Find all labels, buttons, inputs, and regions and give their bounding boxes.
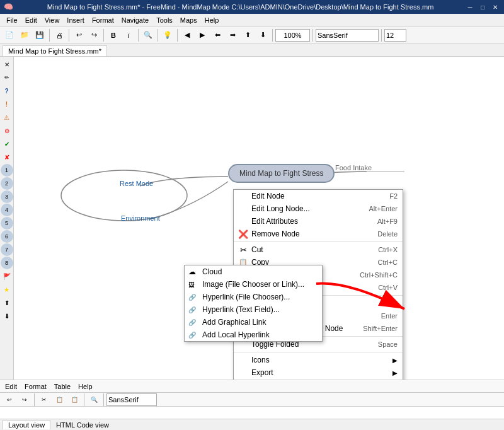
- new-child-shortcut: Insert: [367, 299, 398, 307]
- note-redo[interactable]: ↪: [18, 393, 32, 407]
- left-flag[interactable]: 🚩: [1, 270, 13, 282]
- note-copy[interactable]: 📋: [52, 393, 66, 407]
- menu-help[interactable]: Help: [201, 15, 223, 25]
- menu-navigate[interactable]: Navigate: [118, 15, 152, 25]
- submenu-add-local-hyperlink[interactable]: 🔗 Add Local Hyperlink: [185, 328, 322, 341]
- add-local-hyperlink-label: Add Local Hyperlink: [202, 330, 270, 339]
- open-button[interactable]: 📁: [18, 28, 32, 42]
- document-tab[interactable]: Mind Map to Fight Stress.mm*: [3, 45, 107, 56]
- note-paste[interactable]: 📋: [67, 393, 81, 407]
- note-font-input[interactable]: [106, 393, 157, 406]
- submenu-cloud[interactable]: ☁ Cloud: [185, 265, 322, 278]
- canvas-area[interactable]: Mind Map to Fight Stress Rest Mode Envir…: [14, 57, 504, 380]
- left-exclaim[interactable]: !: [1, 98, 13, 110]
- left-check-cross[interactable]: ✘: [1, 151, 13, 163]
- nav-down[interactable]: ⬇: [256, 28, 270, 42]
- italic-button[interactable]: i: [122, 28, 135, 42]
- redo-button[interactable]: ↪: [87, 28, 101, 42]
- title-bar: 🧠 Mind Map to Fight Stress.mm* - FreeMin…: [0, 0, 504, 14]
- submenu-image[interactable]: 🖼 Image (File Chooser or Link)...: [185, 278, 322, 291]
- nav-left[interactable]: ⬅: [210, 28, 224, 42]
- left-num6[interactable]: 6: [1, 230, 13, 243]
- left-num1[interactable]: 1: [1, 164, 13, 177]
- note-undo[interactable]: ↩: [3, 393, 16, 407]
- note-cut[interactable]: ✂: [37, 393, 51, 407]
- menu-tools[interactable]: Tools: [152, 15, 176, 25]
- ctx-edit-node[interactable]: Edit Node F2: [234, 190, 403, 202]
- left-num2[interactable]: 2: [1, 177, 13, 190]
- note-search[interactable]: 🔍: [87, 393, 101, 407]
- left-back2[interactable]: ⬇: [1, 310, 13, 322]
- central-node[interactable]: Mind Map to Fight Stress: [228, 164, 335, 183]
- food-intake-node[interactable]: Food Intake: [335, 164, 372, 171]
- ctx-cut[interactable]: ✂ Cut Ctrl+X: [234, 243, 403, 256]
- copy-single-shortcut: Ctrl+Shift+C: [347, 271, 398, 279]
- bold-button[interactable]: B: [106, 28, 120, 42]
- nav-right[interactable]: ➡: [226, 28, 239, 42]
- nav-up[interactable]: ⬆: [241, 28, 255, 42]
- left-num8[interactable]: 8: [1, 257, 13, 269]
- ctx-edit-attributes[interactable]: Edit Attributes Alt+F9: [234, 215, 403, 228]
- menu-format[interactable]: Format: [88, 15, 118, 25]
- left-cursor[interactable]: ✕: [1, 58, 13, 71]
- cut-icon: ✂: [238, 245, 249, 255]
- environment-node[interactable]: Environment: [121, 214, 160, 222]
- ctx-icons[interactable]: Icons ▶: [234, 354, 403, 366]
- toolbar-sep-4: [138, 29, 139, 42]
- edit-node-shortcut: F2: [377, 192, 398, 200]
- menu-file[interactable]: File: [3, 15, 21, 25]
- toolbar-sep-2: [69, 29, 69, 42]
- left-num3[interactable]: 3: [1, 190, 13, 203]
- left-check-green[interactable]: ✔: [1, 137, 13, 150]
- left-num5[interactable]: 5: [1, 217, 13, 230]
- left-edit[interactable]: ✏: [1, 71, 13, 84]
- hyperlink-text-icon: 🔗: [188, 306, 196, 313]
- close-button[interactable]: ✕: [490, 2, 500, 12]
- note-tab-html[interactable]: HTML Code view: [50, 420, 115, 430]
- cloud-icon: ☁: [188, 267, 196, 276]
- font-input[interactable]: SansSerif: [316, 29, 379, 42]
- note-tab-layout[interactable]: Layout view: [3, 420, 50, 429]
- submenu-add-graphical-link[interactable]: 🔗 Add Graphical Link: [185, 316, 322, 328]
- toolbar-sep-6: [177, 29, 178, 42]
- note-content-area[interactable]: [0, 407, 504, 419]
- font-size-input[interactable]: 12: [384, 29, 406, 42]
- new-button[interactable]: 📄: [3, 28, 16, 42]
- edit-attributes-shortcut: Alt+F9: [365, 218, 398, 225]
- left-forward[interactable]: ⬆: [1, 296, 13, 309]
- note-menu-help[interactable]: Help: [76, 382, 95, 391]
- zoom-input[interactable]: 100%: [275, 29, 310, 42]
- left-warn[interactable]: ⚠: [1, 111, 13, 124]
- left-q[interactable]: ?: [1, 84, 13, 97]
- submenu-hyperlink-text[interactable]: 🔗 Hyperlink (Text Field)...: [185, 303, 322, 316]
- menu-edit[interactable]: Edit: [21, 15, 41, 25]
- note-menu-format[interactable]: Format: [22, 382, 49, 391]
- menu-maps[interactable]: Maps: [176, 15, 201, 25]
- note-menu-edit[interactable]: Edit: [3, 382, 20, 391]
- ctx-remove-node[interactable]: ❌ Remove Node Delete: [234, 228, 403, 240]
- forward-button[interactable]: ▶: [195, 28, 209, 42]
- undo-button[interactable]: ↩: [72, 28, 86, 42]
- left-num4[interactable]: 4: [1, 204, 13, 216]
- print-button[interactable]: 🖨: [52, 28, 66, 42]
- menu-insert[interactable]: Insert: [63, 15, 88, 25]
- rest-mode-node[interactable]: Rest Mode: [120, 180, 153, 187]
- note-sep-3: [103, 393, 104, 406]
- remove-node-label: Remove Node: [251, 230, 300, 238]
- note-menu-table[interactable]: Table: [52, 382, 73, 391]
- ctx-export[interactable]: Export ▶: [234, 366, 403, 379]
- ctx-edit-long-node[interactable]: Edit Long Node... Alt+Enter: [234, 202, 403, 215]
- left-star[interactable]: ★: [1, 283, 13, 296]
- submenu-hyperlink-file[interactable]: 🔗 Hyperlink (File Chooser)...: [185, 291, 322, 303]
- ctx-format[interactable]: Format ▶: [234, 379, 403, 380]
- left-circle-red[interactable]: ⊖: [1, 124, 13, 137]
- back-button[interactable]: ◀: [180, 28, 194, 42]
- node-color-button[interactable]: 💡: [161, 28, 175, 42]
- left-num7[interactable]: 7: [1, 243, 13, 256]
- minimize-button[interactable]: ─: [465, 2, 475, 12]
- maximize-button[interactable]: □: [478, 2, 488, 12]
- zoom-in-button[interactable]: 🔍: [141, 28, 155, 42]
- toggle-folded-shortcut: Space: [365, 340, 398, 348]
- menu-view[interactable]: View: [41, 15, 64, 25]
- save-button[interactable]: 💾: [33, 28, 47, 42]
